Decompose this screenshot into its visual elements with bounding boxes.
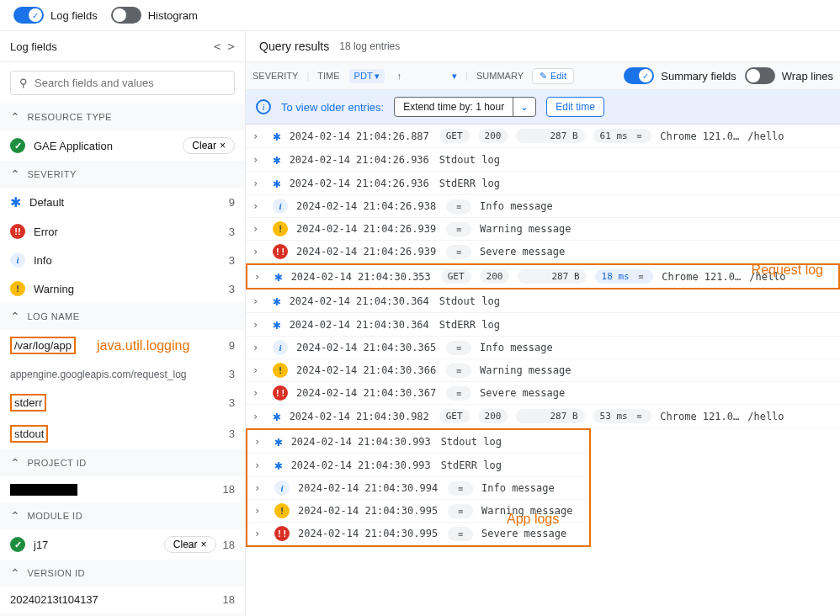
log-row[interactable]: ›✱2024-02-14 21:04:30.982GET 200 287 B 5… — [246, 405, 840, 428]
expand-icon[interactable]: › — [254, 271, 266, 283]
expand-icon[interactable]: › — [253, 223, 264, 235]
sidebar: Log fields < > ⚲ ⌃RESOURCE TYPE ✓ GAE Ap… — [0, 31, 246, 616]
timestamp: 2024-02-14 21:04:30.995 — [298, 528, 439, 539]
wrap-lines-toggle[interactable] — [745, 67, 775, 84]
expand-icon[interactable]: › — [253, 387, 264, 399]
version-id-item[interactable]: 20240213t10413718 — [0, 587, 245, 613]
section-version-id[interactable]: ⌃VERSION ID — [0, 560, 245, 587]
edit-time-button[interactable]: Edit time — [546, 97, 604, 117]
default-icon: ✱ — [273, 316, 281, 332]
section-project-id[interactable]: ⌃PROJECT ID — [0, 449, 245, 476]
timestamp: 2024-02-14 21:04:30.365 — [296, 342, 438, 353]
severity-warning[interactable]: !Warning3 — [0, 274, 245, 303]
pencil-icon: ✎ — [540, 71, 547, 82]
expand-icon[interactable]: › — [253, 364, 264, 376]
log-row[interactable]: ›i2024-02-14 21:04:30.994≡ Info message — [247, 477, 589, 500]
th-summary: SUMMARY — [476, 71, 524, 81]
expand-icon[interactable]: › — [254, 528, 266, 539]
summary-fields-toggle[interactable]: ✓ — [624, 67, 654, 84]
expand-icon[interactable]: › — [253, 246, 264, 258]
extend-time-button[interactable]: Extend time by: 1 hour⌄ — [394, 97, 536, 117]
logname-requestlog[interactable]: appengine.googleapis.com/request_log3 — [0, 361, 245, 387]
log-row[interactable]: ›i2024-02-14 21:04:30.365≡ Info message — [246, 337, 840, 359]
expand-icon[interactable]: › — [253, 319, 264, 331]
chevron-down-icon[interactable]: ⌄ — [513, 98, 535, 116]
search-input[interactable] — [35, 77, 226, 89]
info-text: To view older entries: — [281, 101, 384, 114]
expand-icon[interactable]: › — [254, 459, 266, 471]
expand-icon[interactable]: › — [254, 505, 266, 517]
expand-icon[interactable]: › — [253, 130, 264, 142]
code-icon[interactable]: < > — [214, 40, 235, 53]
severity-info[interactable]: iInfo3 — [0, 246, 245, 274]
project-id-item[interactable]: 18 — [0, 476, 245, 502]
histogram-label: Histogram — [148, 9, 198, 22]
log-row[interactable]: ›!2024-02-14 21:04:26.939≡ Warning messa… — [246, 218, 840, 241]
expand-icon[interactable]: › — [253, 411, 264, 422]
log-row[interactable]: ›!!2024-02-14 21:04:30.367≡ Severe messa… — [246, 382, 840, 405]
log-row[interactable]: ›✱2024-02-14 21:04:30.993Stdout log — [247, 430, 589, 454]
msg-text: Severe message — [481, 528, 566, 539]
histogram-toggle[interactable] — [111, 7, 141, 24]
table-header: SEVERITY | TIME PDT ▾ ↑ ▾ | SUMMARY ✎Edi… — [246, 62, 840, 90]
section-log-name[interactable]: ⌃LOG NAME — [0, 303, 245, 330]
log-row[interactable]: ›!2024-02-14 21:04:30.366≡ Warning messa… — [246, 359, 840, 382]
th-severity[interactable]: SEVERITY — [253, 71, 298, 81]
section-resource-type[interactable]: ⌃RESOURCE TYPE — [0, 104, 245, 130]
severity-error[interactable]: !!Error3 — [0, 217, 245, 246]
section-severity[interactable]: ⌃SEVERITY — [0, 161, 245, 188]
log-row[interactable]: ›✱2024-02-14 21:04:26.936StdERR log — [246, 172, 840, 195]
timestamp: 2024-02-14 21:04:26.939 — [296, 246, 438, 258]
severity-default[interactable]: ✱Default9 — [0, 188, 245, 217]
expand-icon[interactable]: › — [254, 436, 266, 448]
error-icon: !! — [273, 385, 288, 401]
expand-icon[interactable]: › — [253, 295, 264, 307]
check-circle-icon: ✓ — [10, 537, 25, 552]
logname-varlogapp[interactable]: /var/log/app java.util.logging 9 — [0, 330, 245, 361]
expand-icon[interactable]: › — [253, 154, 264, 166]
sort-dropdown-icon[interactable]: ▾ — [452, 71, 457, 82]
log-row[interactable]: ›✱2024-02-14 21:04:30.364Stdout log — [246, 289, 840, 313]
log-fields-toggle[interactable]: ✓ — [13, 7, 44, 24]
info-bar: i To view older entries: Extend time by:… — [246, 90, 840, 125]
lines-icon: ≡ — [453, 343, 465, 353]
logname-stderr[interactable]: stderr3 — [0, 387, 245, 418]
search-box[interactable]: ⚲ — [10, 71, 235, 95]
expand-icon[interactable]: › — [253, 178, 264, 189]
annotation-java: java.util.logging — [97, 338, 189, 353]
error-icon: !! — [273, 244, 288, 259]
log-row[interactable]: ›✱2024-02-14 21:04:26.936Stdout log — [246, 148, 840, 172]
log-row[interactable]: ›✱2024-02-14 21:04:30.364StdERR log — [246, 313, 840, 337]
latency-pill: 18 ms ≡ — [595, 269, 654, 284]
default-icon: ✱ — [274, 433, 283, 449]
log-row[interactable]: ›✱2024-02-14 21:04:30.993StdERR log — [247, 454, 589, 477]
edit-button[interactable]: ✎Edit — [532, 68, 574, 84]
log-row[interactable]: ›i2024-02-14 21:04:26.938≡ Info message — [246, 195, 840, 218]
log-row[interactable]: ›✱2024-02-14 21:04:26.887GET 200 287 B 6… — [246, 125, 840, 148]
lines-icon: ≡ — [453, 366, 465, 375]
info-icon: i — [10, 252, 25, 268]
pdt-dropdown[interactable]: PDT ▾ — [349, 69, 385, 83]
clear-button[interactable]: Clear× — [183, 137, 235, 154]
expand-icon[interactable]: › — [253, 200, 264, 212]
clear-button[interactable]: Clear× — [164, 536, 216, 553]
expand-icon[interactable]: › — [254, 482, 266, 494]
msg-text: Severe message — [480, 387, 565, 399]
section-module-id[interactable]: ⌃MODULE ID — [0, 502, 245, 529]
log-row[interactable]: ›!!2024-02-14 21:04:26.939≡ Severe messa… — [246, 241, 840, 263]
warning-icon: ! — [274, 503, 290, 518]
section-zone[interactable]: ⌃ZONE — [0, 613, 245, 616]
timestamp: 2024-02-14 21:04:30.995 — [298, 505, 439, 517]
logname-stdout[interactable]: stdout3 — [0, 418, 245, 449]
expand-icon[interactable]: › — [253, 342, 264, 353]
size-pill: 287 B — [518, 269, 586, 284]
query-results-title: Query results — [259, 40, 329, 53]
error-icon: !! — [274, 526, 290, 541]
sidebar-title: Log fields — [10, 40, 57, 53]
close-icon: × — [201, 539, 207, 550]
msg-text: StdERR log — [441, 459, 502, 471]
sort-asc-icon[interactable]: ↑ — [397, 71, 402, 81]
module-id-item[interactable]: ✓j17 Clear×18 — [0, 529, 245, 560]
lines-pill: ≡ — [446, 364, 471, 378]
resource-type-item[interactable]: ✓ GAE Application Clear× — [0, 130, 245, 161]
